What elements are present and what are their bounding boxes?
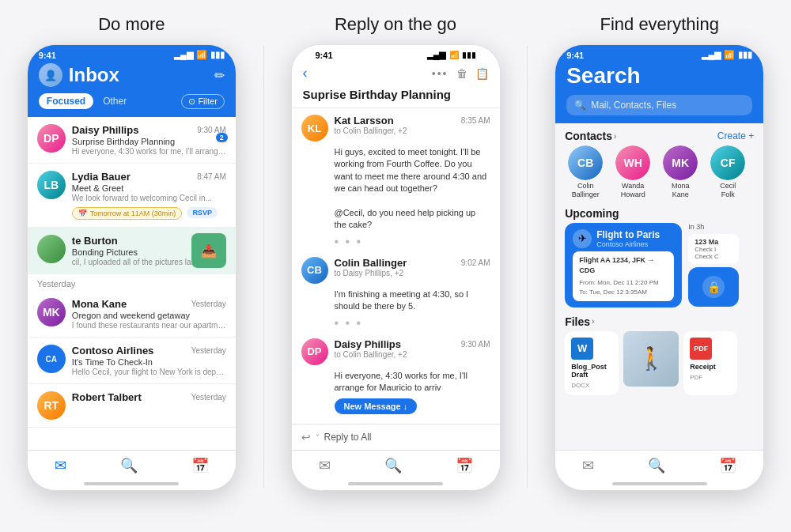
bottom-nav-1: ✉ 🔍 📅 [28,450,236,482]
contact-mona[interactable]: MK MonaKane [660,145,701,199]
contact-cecil[interactable]: CF CecilFolk [707,145,748,199]
reply-text[interactable]: Reply to All [324,432,372,443]
nav-mail-1[interactable]: ✉ [55,457,66,474]
contact-avatar-wanda: WH [615,145,650,180]
email-item-daisy[interactable]: DP Daisy Phillips 9:30 AM Surprise Birth… [28,117,236,164]
email-item-lydia[interactable]: LB Lydia Bauer 8:47 AM Meet & Greet We l… [28,164,236,228]
avatar-robert: RT [37,391,66,420]
contact-colin[interactable]: CB ColinBallinger [565,145,606,199]
nav-search-2[interactable]: 🔍 [384,457,402,474]
file-pdf-type: PDF [690,374,731,381]
subject-mona: Oregon and weekend getaway [72,311,226,320]
msg-sender-row-colin: Colin Ballinger 9:02 AM [335,257,490,269]
home-indicator-2 [348,482,443,485]
thread-messages: KL Kat Larsson 8:35 AM to Colin Ballinge… [292,108,500,424]
right-cards: In 3h 123 Ma Check I Check C 🔒 [688,223,739,308]
nav-search-1[interactable]: 🔍 [120,457,138,474]
new-message-badge[interactable]: New Message ↓ [335,398,418,414]
time-contoso: Yesterday [191,346,226,355]
email-header-daisy: Daisy Phillips 9:30 AM [72,124,226,136]
lock-card: 🔒 [688,267,739,307]
file-pdf[interactable]: PDF Receipt PDF [683,331,737,395]
status-time-2: 9:41 [316,51,333,60]
tab-focused[interactable]: Focused [39,93,93,109]
flight-card[interactable]: ✈ Flight to Paris Contoso Airlines Fligh… [565,223,682,308]
email-item-mona[interactable]: MK Mona Kane Yesterday Oregon and weeken… [28,291,236,338]
contact-wanda[interactable]: WH WandaHoward [612,145,653,199]
delete-icon[interactable]: 🗑 [456,67,467,80]
contact-avatar-cecil: CF [710,145,745,180]
battery-icon: ▮▮▮ [210,50,225,60]
flight-icon: ✈ [573,229,592,248]
photo-thumb: 🚶 [623,331,679,387]
preview-lydia: We look forward to welcoming Cecil in... [72,194,226,202]
search-header: 9:41 ▂▄▆ 📶 ▮▮▮ Search 🔍 Mail, Contacts, … [555,45,763,123]
contact-name-wanda: WandaHoward [621,182,645,199]
email-content-robert: Robert Talbert Yesterday [72,391,226,403]
file-photo[interactable]: 🚶 [623,331,679,387]
filter-button[interactable]: ⊙ Filter [181,94,224,109]
email-header-contoso: Contoso Airlines Yesterday [72,345,226,357]
contacts-chevron: › [614,132,616,141]
sender-robert: Robert Talbert [72,391,142,403]
nav-calendar-3[interactable]: 📅 [719,457,736,474]
compose-icon[interactable]: ✏ [214,68,225,83]
msg-to-colin: to Daisy Phillips, +2 [335,269,490,277]
msg-dots-kat: • • • [335,235,490,249]
file-word[interactable]: W Blog_Post Draft DOCX [565,331,619,395]
search-box[interactable]: 🔍 Mail, Contacts, Files [566,95,752,115]
subject-contoso: It's Time To Check-In [72,357,226,367]
app-container: Do more 9:41 ▂▄▆ 📶 ▮▮▮ 👤 Inbox [0,0,791,532]
email-item-contoso[interactable]: CA Contoso Airlines Yesterday It's Time … [28,338,236,384]
msg-sender-kat: Kat Larsson [335,115,394,126]
tab-other[interactable]: Other [98,93,131,109]
lock-icon: 🔒 [702,276,725,298]
phone-search: 9:41 ▂▄▆ 📶 ▮▮▮ Search 🔍 Mail, Contacts, … [554,44,764,491]
upcoming-cards: ✈ Flight to Paris Contoso Airlines Fligh… [565,223,754,308]
create-button[interactable]: Create + [717,130,754,141]
status-time-1: 9:41 [39,51,56,60]
email-header-robert: Robert Talbert Yesterday [72,391,226,403]
nav-calendar-2[interactable]: 📅 [456,457,473,474]
right-sub1: Check I [694,246,732,253]
wifi-icon-2: 📶 [449,51,459,59]
files-title: Files › [565,315,594,328]
preview-mona: I found these restaurants near our apart… [72,321,226,330]
battery-icon-3: ▮▮▮ [738,50,752,60]
email-header-mona: Mona Kane Yesterday [72,298,226,310]
msg-sender-colin: Colin Ballinger [335,257,407,269]
flight-card-sub: Contoso Airlines [596,240,660,248]
back-icon[interactable]: ‹ [303,65,308,81]
contact-initials-mona: MK [663,145,698,180]
message-kat: KL Kat Larsson 8:35 AM to Colin Ballinge… [301,115,490,249]
msg-time-kat: 8:35 AM [461,116,490,125]
panel-title-2: Reply on the go [335,8,456,35]
status-icons-1: ▂▄▆ 📶 ▮▮▮ [174,50,225,60]
upcoming-title: Upcoming [565,207,619,220]
file-word-type: DOCX [571,382,612,389]
rsvp-button[interactable]: RSVP [187,207,218,218]
upcoming-section: Upcoming ✈ Flight to Paris Contoso Airli… [565,207,754,308]
time-lydia: 8:47 AM [197,172,226,181]
right-sub2: Check C [694,253,732,260]
email-item-robert[interactable]: RT Robert Talbert Yesterday [28,384,236,428]
nav-calendar-1[interactable]: 📅 [191,457,209,474]
user-avatar[interactable]: 👤 [39,63,62,87]
panel-title-3: Find everything [600,8,718,35]
status-time-3: 9:41 [566,51,584,60]
contact-initials-wanda: WH [615,145,650,180]
panel-do-more: Do more 9:41 ▂▄▆ 📶 ▮▮▮ 👤 Inbox [0,8,263,524]
nav-search-3[interactable]: 🔍 [648,457,665,474]
archive-icon-2[interactable]: 📋 [475,67,489,80]
files-header: Files › [565,315,754,328]
badge-daisy: 2 [216,133,228,142]
email-item-swiped[interactable]: te Burton 8:13 AM Bonding Pictures cil, … [28,228,236,274]
nav-mail-3[interactable]: ✉ [582,457,594,474]
nav-mail-2[interactable]: ✉ [319,457,331,474]
contact-name-colin: ColinBallinger [572,182,600,199]
person-silhouette: 🚶 [623,331,679,387]
inbox-title: Inbox [69,64,119,86]
files-chevron: › [592,317,594,326]
more-icon[interactable]: ••• [432,67,448,80]
contact-name-cecil: CecilFolk [720,182,736,199]
